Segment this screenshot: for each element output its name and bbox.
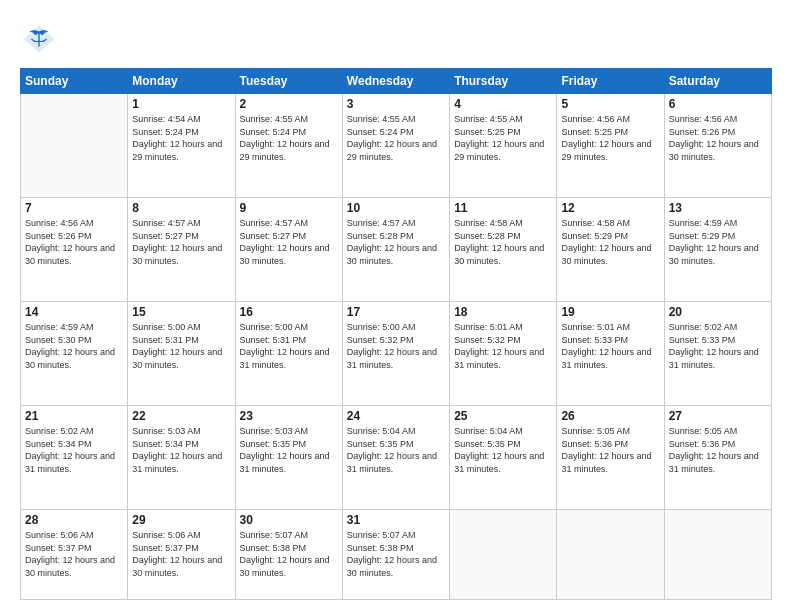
day-info: Sunrise: 5:01 AMSunset: 5:32 PMDaylight:…: [454, 322, 544, 370]
calendar-day-cell: 16 Sunrise: 5:00 AMSunset: 5:31 PMDaylig…: [235, 302, 342, 406]
day-info: Sunrise: 5:07 AMSunset: 5:38 PMDaylight:…: [240, 530, 330, 578]
day-number: 10: [347, 201, 445, 215]
day-info: Sunrise: 4:57 AMSunset: 5:27 PMDaylight:…: [132, 218, 222, 266]
day-number: 11: [454, 201, 552, 215]
header: [20, 16, 772, 58]
weekday-header-tuesday: Tuesday: [235, 69, 342, 94]
day-info: Sunrise: 4:59 AMSunset: 5:29 PMDaylight:…: [669, 218, 759, 266]
logo: [20, 20, 60, 58]
day-number: 13: [669, 201, 767, 215]
day-info: Sunrise: 4:55 AMSunset: 5:25 PMDaylight:…: [454, 114, 544, 162]
day-number: 19: [561, 305, 659, 319]
day-number: 4: [454, 97, 552, 111]
calendar-day-cell: 29 Sunrise: 5:06 AMSunset: 5:37 PMDaylig…: [128, 510, 235, 600]
day-info: Sunrise: 4:56 AMSunset: 5:25 PMDaylight:…: [561, 114, 651, 162]
calendar-day-cell: 7 Sunrise: 4:56 AMSunset: 5:26 PMDayligh…: [21, 198, 128, 302]
calendar-day-cell: 14 Sunrise: 4:59 AMSunset: 5:30 PMDaylig…: [21, 302, 128, 406]
calendar-day-cell: 1 Sunrise: 4:54 AMSunset: 5:24 PMDayligh…: [128, 94, 235, 198]
day-number: 6: [669, 97, 767, 111]
day-number: 21: [25, 409, 123, 423]
calendar-day-cell: [664, 510, 771, 600]
calendar-day-cell: 11 Sunrise: 4:58 AMSunset: 5:28 PMDaylig…: [450, 198, 557, 302]
day-info: Sunrise: 5:05 AMSunset: 5:36 PMDaylight:…: [561, 426, 651, 474]
calendar-day-cell: [21, 94, 128, 198]
page: SundayMondayTuesdayWednesdayThursdayFrid…: [0, 0, 792, 612]
day-info: Sunrise: 4:56 AMSunset: 5:26 PMDaylight:…: [25, 218, 115, 266]
calendar-week-row: 7 Sunrise: 4:56 AMSunset: 5:26 PMDayligh…: [21, 198, 772, 302]
day-number: 24: [347, 409, 445, 423]
logo-icon: [20, 20, 58, 58]
day-number: 5: [561, 97, 659, 111]
calendar-week-row: 28 Sunrise: 5:06 AMSunset: 5:37 PMDaylig…: [21, 510, 772, 600]
calendar-day-cell: 23 Sunrise: 5:03 AMSunset: 5:35 PMDaylig…: [235, 406, 342, 510]
day-number: 20: [669, 305, 767, 319]
calendar-table: SundayMondayTuesdayWednesdayThursdayFrid…: [20, 68, 772, 600]
day-number: 14: [25, 305, 123, 319]
day-number: 12: [561, 201, 659, 215]
day-info: Sunrise: 5:02 AMSunset: 5:33 PMDaylight:…: [669, 322, 759, 370]
day-info: Sunrise: 5:02 AMSunset: 5:34 PMDaylight:…: [25, 426, 115, 474]
day-number: 18: [454, 305, 552, 319]
day-number: 29: [132, 513, 230, 527]
calendar-day-cell: [450, 510, 557, 600]
weekday-header-saturday: Saturday: [664, 69, 771, 94]
calendar-day-cell: 19 Sunrise: 5:01 AMSunset: 5:33 PMDaylig…: [557, 302, 664, 406]
day-number: 26: [561, 409, 659, 423]
day-info: Sunrise: 4:58 AMSunset: 5:29 PMDaylight:…: [561, 218, 651, 266]
weekday-header-sunday: Sunday: [21, 69, 128, 94]
day-number: 2: [240, 97, 338, 111]
calendar-day-cell: 20 Sunrise: 5:02 AMSunset: 5:33 PMDaylig…: [664, 302, 771, 406]
calendar-day-cell: 26 Sunrise: 5:05 AMSunset: 5:36 PMDaylig…: [557, 406, 664, 510]
day-info: Sunrise: 4:54 AMSunset: 5:24 PMDaylight:…: [132, 114, 222, 162]
day-info: Sunrise: 5:01 AMSunset: 5:33 PMDaylight:…: [561, 322, 651, 370]
calendar-week-row: 1 Sunrise: 4:54 AMSunset: 5:24 PMDayligh…: [21, 94, 772, 198]
day-info: Sunrise: 5:00 AMSunset: 5:31 PMDaylight:…: [240, 322, 330, 370]
day-number: 9: [240, 201, 338, 215]
calendar-day-cell: 27 Sunrise: 5:05 AMSunset: 5:36 PMDaylig…: [664, 406, 771, 510]
day-info: Sunrise: 4:55 AMSunset: 5:24 PMDaylight:…: [240, 114, 330, 162]
day-info: Sunrise: 5:05 AMSunset: 5:36 PMDaylight:…: [669, 426, 759, 474]
calendar-day-cell: 13 Sunrise: 4:59 AMSunset: 5:29 PMDaylig…: [664, 198, 771, 302]
day-number: 16: [240, 305, 338, 319]
day-info: Sunrise: 5:07 AMSunset: 5:38 PMDaylight:…: [347, 530, 437, 578]
weekday-header-thursday: Thursday: [450, 69, 557, 94]
calendar-day-cell: 2 Sunrise: 4:55 AMSunset: 5:24 PMDayligh…: [235, 94, 342, 198]
day-number: 1: [132, 97, 230, 111]
day-info: Sunrise: 4:58 AMSunset: 5:28 PMDaylight:…: [454, 218, 544, 266]
day-number: 31: [347, 513, 445, 527]
calendar-day-cell: 6 Sunrise: 4:56 AMSunset: 5:26 PMDayligh…: [664, 94, 771, 198]
calendar-day-cell: 10 Sunrise: 4:57 AMSunset: 5:28 PMDaylig…: [342, 198, 449, 302]
calendar-week-row: 21 Sunrise: 5:02 AMSunset: 5:34 PMDaylig…: [21, 406, 772, 510]
day-info: Sunrise: 5:06 AMSunset: 5:37 PMDaylight:…: [132, 530, 222, 578]
day-number: 25: [454, 409, 552, 423]
calendar-day-cell: 3 Sunrise: 4:55 AMSunset: 5:24 PMDayligh…: [342, 94, 449, 198]
calendar-day-cell: 31 Sunrise: 5:07 AMSunset: 5:38 PMDaylig…: [342, 510, 449, 600]
calendar-day-cell: 8 Sunrise: 4:57 AMSunset: 5:27 PMDayligh…: [128, 198, 235, 302]
calendar-day-cell: 9 Sunrise: 4:57 AMSunset: 5:27 PMDayligh…: [235, 198, 342, 302]
day-number: 30: [240, 513, 338, 527]
calendar-day-cell: 28 Sunrise: 5:06 AMSunset: 5:37 PMDaylig…: [21, 510, 128, 600]
day-number: 15: [132, 305, 230, 319]
weekday-header-wednesday: Wednesday: [342, 69, 449, 94]
calendar-day-cell: 12 Sunrise: 4:58 AMSunset: 5:29 PMDaylig…: [557, 198, 664, 302]
calendar-header-row: SundayMondayTuesdayWednesdayThursdayFrid…: [21, 69, 772, 94]
day-info: Sunrise: 5:04 AMSunset: 5:35 PMDaylight:…: [347, 426, 437, 474]
calendar-day-cell: 25 Sunrise: 5:04 AMSunset: 5:35 PMDaylig…: [450, 406, 557, 510]
day-number: 22: [132, 409, 230, 423]
day-number: 28: [25, 513, 123, 527]
calendar-day-cell: 30 Sunrise: 5:07 AMSunset: 5:38 PMDaylig…: [235, 510, 342, 600]
calendar-day-cell: 17 Sunrise: 5:00 AMSunset: 5:32 PMDaylig…: [342, 302, 449, 406]
calendar-day-cell: 18 Sunrise: 5:01 AMSunset: 5:32 PMDaylig…: [450, 302, 557, 406]
day-info: Sunrise: 5:06 AMSunset: 5:37 PMDaylight:…: [25, 530, 115, 578]
day-number: 8: [132, 201, 230, 215]
day-info: Sunrise: 4:56 AMSunset: 5:26 PMDaylight:…: [669, 114, 759, 162]
calendar-day-cell: [557, 510, 664, 600]
day-number: 27: [669, 409, 767, 423]
day-info: Sunrise: 5:04 AMSunset: 5:35 PMDaylight:…: [454, 426, 544, 474]
day-info: Sunrise: 4:57 AMSunset: 5:27 PMDaylight:…: [240, 218, 330, 266]
day-info: Sunrise: 5:00 AMSunset: 5:31 PMDaylight:…: [132, 322, 222, 370]
calendar-week-row: 14 Sunrise: 4:59 AMSunset: 5:30 PMDaylig…: [21, 302, 772, 406]
day-info: Sunrise: 4:59 AMSunset: 5:30 PMDaylight:…: [25, 322, 115, 370]
weekday-header-monday: Monday: [128, 69, 235, 94]
day-info: Sunrise: 5:00 AMSunset: 5:32 PMDaylight:…: [347, 322, 437, 370]
